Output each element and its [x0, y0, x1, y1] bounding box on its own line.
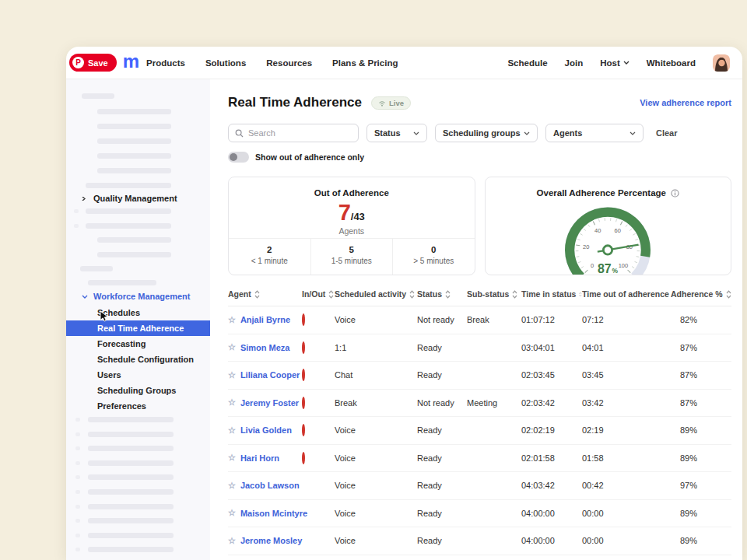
sidebar-item-real-time-adherence[interactable]: Real Time Adherence	[66, 320, 210, 336]
agent-name-link[interactable]: ☆Hari Horn	[228, 453, 302, 463]
sidebar-skeleton-bar	[88, 547, 174, 552]
view-adherence-report-link[interactable]: View adherence report	[640, 98, 731, 107]
adherence-percent-cell: 89%	[671, 536, 731, 545]
user-avatar[interactable]	[713, 54, 730, 72]
table-row: ☆Jacob LawsonVoiceReady04:03:4200:4297%	[228, 472, 731, 500]
favorite-star-icon[interactable]: ☆	[228, 370, 236, 380]
info-icon[interactable]	[671, 189, 679, 198]
pinterest-save-button[interactable]: P Save	[69, 54, 117, 72]
sidebar-skeleton-mark	[74, 209, 79, 213]
sidebar-item-forecasting[interactable]: Forecasting	[66, 336, 210, 352]
favorite-star-icon[interactable]: ☆	[228, 508, 236, 518]
column-header-time-out-of-adherence[interactable]: Time out of adherence	[582, 289, 671, 299]
stat-under-1-minute: 2 < 1 minute	[229, 239, 310, 275]
column-header-agent[interactable]: Agent	[228, 289, 302, 299]
sidebar-item-preferences[interactable]: Preferences	[66, 398, 210, 414]
time-out-of-adherence-cell: 01:58	[582, 453, 671, 463]
nav-item-products[interactable]: Products	[146, 58, 185, 68]
agent-name-link[interactable]: ☆Jeremy Foster	[228, 397, 302, 408]
out-of-adherence-dot	[302, 313, 305, 326]
agent-name-link[interactable]: ☆Anjali Byrne	[228, 315, 302, 325]
table-row: ☆Jerome MosleyVoiceReady04:00:0000:0089%	[228, 527, 731, 555]
time-in-status-cell: 01:07:12	[521, 315, 582, 324]
agents-filter-dropdown[interactable]: Agents	[545, 124, 644, 142]
toggle-row: Show out of adherence only	[228, 152, 731, 163]
favorite-star-icon[interactable]: ☆	[228, 425, 236, 436]
overall-adherence-card: Overall Adherence Percentage 02040608010…	[485, 177, 732, 275]
sidebar-skeleton-mark	[75, 418, 80, 422]
sidebar-skeleton-bar	[88, 460, 174, 466]
search-placeholder: Search	[248, 128, 275, 138]
search-icon	[235, 129, 244, 138]
section-label: Workforce Management	[93, 292, 191, 301]
sidebar-section-workforce-management[interactable]: Workforce Management	[82, 290, 191, 303]
column-header-time-in-status[interactable]: Time in status	[521, 289, 582, 299]
favorite-star-icon[interactable]: ☆	[228, 397, 236, 408]
nav-item-resources[interactable]: Resources	[266, 58, 312, 68]
favorite-star-icon[interactable]: ☆	[228, 481, 236, 491]
status-cell: Ready	[417, 425, 467, 435]
agent-name-link[interactable]: ☆Liliana Cooper	[228, 370, 302, 380]
favorite-star-icon[interactable]: ☆	[228, 536, 236, 546]
favorite-star-icon[interactable]: ☆	[228, 315, 236, 325]
sidebar: Quality ManagementWorkforce ManagementSc…	[66, 79, 210, 560]
sidebar-item-schedules[interactable]: Schedules	[66, 305, 210, 320]
scheduled-activity-cell: Break	[335, 398, 417, 408]
in-out-cell	[302, 398, 335, 408]
time-out-of-adherence-cell: 00:00	[582, 536, 671, 545]
sidebar-skeleton-mark	[75, 461, 80, 465]
scheduled-activity-cell: Voice	[335, 453, 417, 463]
scheduling-groups-filter-dropdown[interactable]: Scheduling groups	[435, 124, 538, 142]
chevron-down-icon	[82, 295, 88, 299]
sidebar-skeleton-bar	[88, 533, 174, 538]
adherence-percent-cell: 87%	[671, 398, 731, 408]
time-out-of-adherence-cell: 00:00	[582, 509, 671, 518]
agent-name-link[interactable]: ☆Maison Mcintyre	[228, 508, 302, 518]
nav-item-join[interactable]: Join	[565, 58, 584, 68]
nav-item-solutions[interactable]: Solutions	[205, 58, 246, 68]
sidebar-skeleton-bar	[97, 138, 171, 144]
sidebar-item-scheduling-groups[interactable]: Scheduling Groups	[66, 383, 210, 398]
column-header-in-out[interactable]: In/Out	[302, 289, 335, 299]
nav-item-whiteboard[interactable]: Whiteboard	[647, 58, 696, 68]
clear-filters-button[interactable]: Clear	[656, 128, 678, 138]
table-row: ☆Reggie PearsonVoiceReady03:30:0000:0089…	[228, 555, 731, 560]
miro-logo[interactable]: m	[123, 52, 139, 71]
table-row: ☆Jeremy FosterBreakNot readyMeeting02:03…	[228, 390, 731, 418]
column-header-status[interactable]: Status	[417, 289, 467, 299]
sidebar-skeleton-bar	[97, 109, 171, 114]
status-cell: Ready	[417, 536, 467, 545]
column-header-sub-status[interactable]: Sub-status	[467, 289, 521, 299]
sidebar-item-schedule-configuration[interactable]: Schedule Configuration	[66, 352, 210, 367]
gauge-hub	[604, 246, 612, 254]
agent-name-link[interactable]: ☆Simon Meza	[228, 342, 302, 352]
sidebar-skeleton-bar	[97, 153, 171, 159]
sidebar-skeleton-mark	[75, 490, 80, 494]
agent-name-link[interactable]: ☆Jerome Mosley	[228, 536, 302, 546]
sidebar-skeleton-mark	[74, 224, 79, 228]
agent-name-link[interactable]: ☆Livia Golden	[228, 425, 302, 436]
pinterest-icon: P	[72, 57, 84, 68]
nav-item-schedule[interactable]: Schedule	[507, 58, 547, 68]
filter-row: Search Status Scheduling groups Agents C…	[228, 124, 731, 142]
stat-label: < 1 minute	[229, 257, 310, 265]
nav-item-plans-pricing[interactable]: Plans & Pricing	[332, 58, 398, 68]
column-header-adherence-[interactable]: Adherence %	[671, 289, 731, 299]
nav-item-host[interactable]: Host	[600, 58, 630, 68]
agent-name-link[interactable]: ☆Jacob Lawson	[228, 481, 302, 491]
sidebar-item-users[interactable]: Users	[66, 367, 210, 383]
summary-cards: Out of Adherence 7/43 Agents 2 < 1 minut…	[228, 177, 731, 275]
column-header-scheduled-activity[interactable]: Scheduled activity	[335, 289, 417, 299]
toggle-label: Show out of adherence only	[255, 152, 364, 162]
out-of-adherence-toggle[interactable]	[228, 152, 249, 163]
svg-text:20: 20	[583, 243, 589, 250]
search-input[interactable]: Search	[228, 124, 359, 142]
sidebar-section-quality-management[interactable]: Quality Management	[82, 192, 177, 205]
status-filter-dropdown[interactable]: Status	[366, 124, 427, 142]
sidebar-skeleton-bar	[88, 432, 174, 437]
status-cell: Ready	[417, 370, 467, 380]
sub-status-cell: Meeting	[467, 398, 521, 408]
favorite-star-icon[interactable]: ☆	[228, 342, 236, 352]
gauge-value-text: 87%	[598, 262, 619, 275]
favorite-star-icon[interactable]: ☆	[228, 453, 236, 463]
